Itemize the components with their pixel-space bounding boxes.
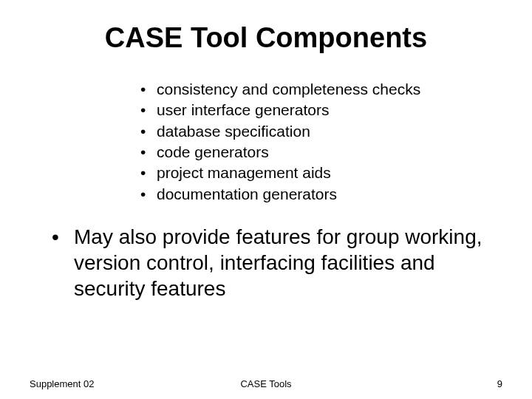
bullet-icon: • bbox=[140, 79, 157, 100]
list-item-text: user interface generators bbox=[157, 100, 329, 120]
list-item: • consistency and completeness checks bbox=[140, 79, 488, 100]
list-item-text: code generators bbox=[157, 142, 269, 163]
slide: CASE Tool Components • consistency and c… bbox=[0, 0, 532, 399]
bullet-icon: • bbox=[140, 163, 157, 183]
bullet-icon: • bbox=[140, 121, 157, 142]
bullet-icon: • bbox=[140, 142, 157, 163]
footer-center: CASE Tools bbox=[0, 378, 532, 389]
list-item: • code generators bbox=[140, 142, 488, 163]
slide-title: CASE Tool Components bbox=[44, 22, 488, 54]
list-item: • May also provide features for group wo… bbox=[52, 224, 488, 301]
list-item: • user interface generators bbox=[140, 100, 488, 120]
list-item-text: database specification bbox=[157, 121, 310, 142]
main-bullet-list: • May also provide features for group wo… bbox=[52, 224, 488, 301]
footer-page-number: 9 bbox=[497, 378, 502, 389]
list-item-text: consistency and completeness checks bbox=[157, 79, 420, 100]
bullet-icon: • bbox=[52, 224, 74, 301]
bullet-icon: • bbox=[140, 100, 157, 120]
list-item-text: May also provide features for group work… bbox=[74, 224, 488, 301]
bullet-icon: • bbox=[140, 184, 157, 205]
list-item: • database specification bbox=[140, 121, 488, 142]
list-item-text: documentation generators bbox=[157, 184, 337, 205]
list-item: • documentation generators bbox=[140, 184, 488, 205]
sub-bullet-list: • consistency and completeness checks • … bbox=[140, 79, 488, 205]
list-item: • project management aids bbox=[140, 163, 488, 183]
list-item-text: project management aids bbox=[157, 163, 331, 183]
